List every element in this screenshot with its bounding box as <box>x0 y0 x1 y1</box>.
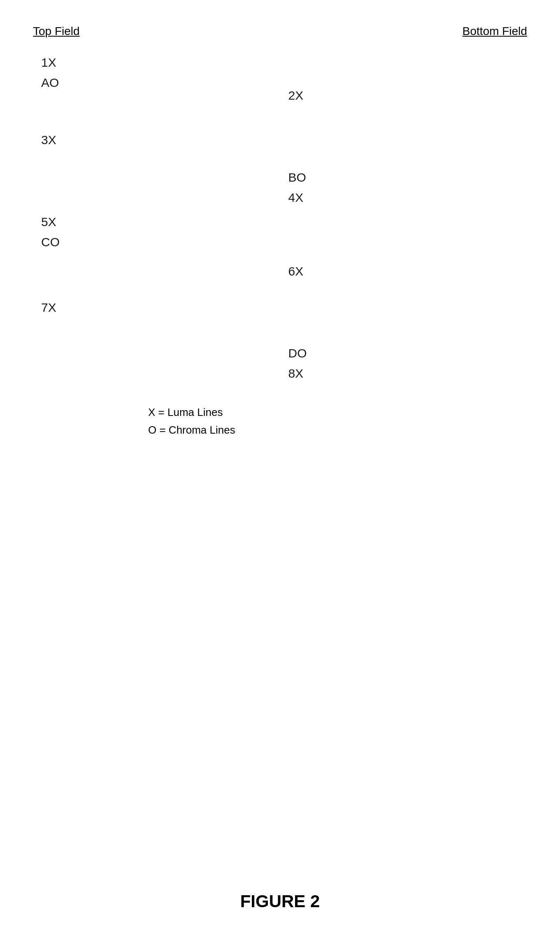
item-b0: BO <box>288 169 527 185</box>
item-1x: 1X <box>41 54 280 70</box>
item-2x: 2X <box>288 87 527 103</box>
bottom-field-header: Bottom Field <box>462 25 527 38</box>
top-field-header: Top Field <box>33 25 80 38</box>
item-5x: 5X <box>41 214 280 230</box>
o-legend: O = Chroma Lines <box>148 424 527 436</box>
top-field-column: 1X AO 3X 5X CO 7X <box>33 54 280 381</box>
item-4x: 4X <box>288 189 527 205</box>
page: Top Field Bottom Field 1X AO 3X 5X CO <box>0 0 560 936</box>
item-8x: 8X <box>288 365 527 381</box>
item-a0: AO <box>41 75 280 91</box>
item-6x: 6X <box>288 263 527 279</box>
header-row: Top Field Bottom Field <box>33 25 527 38</box>
item-3x: 3X <box>41 132 280 148</box>
item-c0: CO <box>41 234 280 250</box>
main-content: 1X AO 3X 5X CO 7X 2X <box>33 54 527 381</box>
figure-caption: FIGURE 2 <box>240 892 320 911</box>
item-d0: DO <box>288 345 527 361</box>
item-7x: 7X <box>41 299 280 315</box>
x-legend: X = Luma Lines <box>148 406 527 419</box>
legend-section: X = Luma Lines O = Chroma Lines <box>148 406 527 436</box>
bottom-field-column: 2X BO 4X 6X DO 8X <box>280 54 527 381</box>
